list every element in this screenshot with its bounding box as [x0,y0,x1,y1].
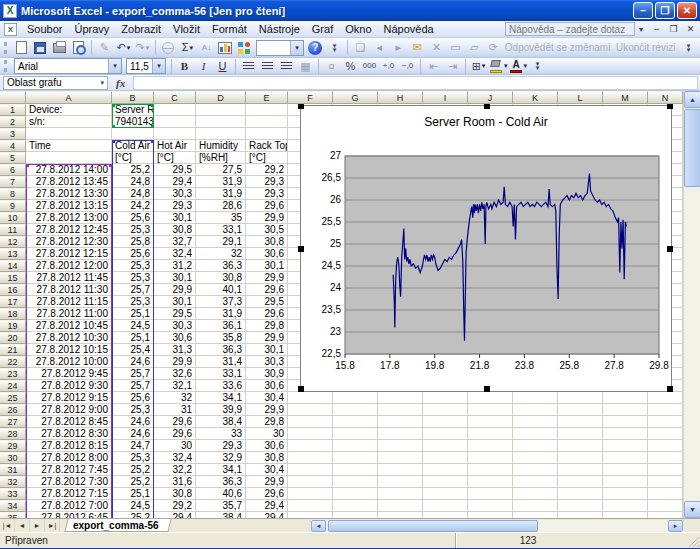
cell-C12[interactable]: 32,7 [154,236,196,248]
workbook-minimize-button[interactable]: – [649,23,664,36]
cell-D3[interactable] [196,128,246,140]
row-header-9[interactable]: 9 [0,200,26,212]
cell-H32[interactable] [378,476,423,488]
cell-A14[interactable]: 27.8.2012 12:00 [26,260,112,272]
track-changes-icon[interactable]: ▱ [465,39,484,57]
cell-D23[interactable]: 33,1 [196,368,246,380]
cell-B6[interactable]: 25,2 [112,164,154,176]
fill-color-button[interactable]: ▾ [488,59,509,74]
cell-E14[interactable]: 30,1 [246,260,288,272]
row-header-31[interactable]: 31 [0,464,26,476]
decrease-decimal-button[interactable]: −,0 [398,59,417,74]
scroll-up-icon[interactable]: ▲ [684,91,700,108]
insert-function-icon[interactable]: fx [108,77,133,89]
decrease-indent-button[interactable]: ⇤ [424,59,443,74]
cell-A34[interactable]: 27.8.2012 7:00 [26,500,112,512]
italic-button[interactable]: I [194,59,213,74]
cell-A9[interactable]: 27.8.2012 13:15 [26,200,112,212]
next-sheet-icon[interactable]: ► [30,519,45,532]
cell-D6[interactable]: 27,5 [196,164,246,176]
cell-M26[interactable] [603,404,648,416]
scroll-down-icon[interactable]: ▼ [684,501,700,518]
chart-selection-handle[interactable] [667,246,673,252]
cell-L31[interactable] [558,464,603,476]
cell-D10[interactable]: 35 [196,212,246,224]
chart-selection-handle[interactable] [484,386,490,392]
cell-A4[interactable]: Time [26,140,112,152]
cell-L28[interactable] [558,428,603,440]
menu-item-nstroje[interactable]: Nástroje [253,22,306,36]
cell-E17[interactable]: 29,5 [246,296,288,308]
cell-B7[interactable]: 24,8 [112,176,154,188]
cell-C17[interactable]: 30,1 [154,296,196,308]
embedded-chart[interactable]: Server Room - Cold Air 2726,52625,52524,… [300,105,672,392]
cell-K27[interactable] [513,416,558,428]
format-painter-icon[interactable]: ✎ [95,39,114,57]
column-header-k[interactable]: K [513,91,558,104]
cell-C28[interactable]: 29,6 [154,428,196,440]
cell-E23[interactable]: 30,9 [246,368,288,380]
row-header-22[interactable]: 22 [0,356,26,368]
cell-A20[interactable]: 27.8.2012 10:30 [26,332,112,344]
cell-I29[interactable] [423,440,468,452]
cell-H34[interactable] [378,500,423,512]
cell-B11[interactable]: 25,3 [112,224,154,236]
cell-J30[interactable] [468,452,513,464]
cell-A18[interactable]: 27.8.2012 11:00 [26,308,112,320]
cell-F31[interactable] [288,464,333,476]
cell-M25[interactable] [603,392,648,404]
cell-D27[interactable]: 38,4 [196,416,246,428]
increase-indent-button[interactable]: ⇥ [443,59,462,74]
cell-B3[interactable] [112,128,154,140]
cell-E30[interactable]: 30,8 [246,452,288,464]
cell-E4[interactable]: Rack Top [246,140,288,152]
merge-center-button[interactable]: ▦ [296,59,315,74]
bold-button[interactable]: B [175,59,194,74]
cell-C14[interactable]: 31,2 [154,260,196,272]
cell-H31[interactable] [378,464,423,476]
borders-button[interactable]: ⊞▾ [469,59,488,74]
cell-E5[interactable]: [°C] [246,152,288,164]
cell-C8[interactable]: 30,3 [154,188,196,200]
cell-E26[interactable]: 29,9 [246,404,288,416]
cell-E11[interactable]: 30,5 [246,224,288,236]
cell-F28[interactable] [288,428,333,440]
cell-G28[interactable] [333,428,378,440]
row-header-32[interactable]: 32 [0,476,26,488]
next-comment-icon[interactable]: ▸ [389,39,408,57]
cell-N26[interactable] [648,404,683,416]
cell-A6[interactable]: 27.8.2012 14:00 [26,164,112,176]
cell-H30[interactable] [378,452,423,464]
sort-ascending-icon[interactable]: A↓ [197,39,216,57]
toolbar-options-icon[interactable]: ▾▾ [528,59,547,74]
cell-A3[interactable] [26,128,112,140]
cell-E27[interactable]: 29,8 [246,416,288,428]
cell-C4[interactable]: Hot Air [154,140,196,152]
cell-D29[interactable]: 29,3 [196,440,246,452]
cell-D25[interactable]: 34,1 [196,392,246,404]
menu-item-zobrazit[interactable]: Zobrazit [115,22,167,36]
cell-E12[interactable]: 30,8 [246,236,288,248]
workbook-close-button[interactable]: ✕ [683,23,698,36]
cell-C20[interactable]: 30,6 [154,332,196,344]
cell-C11[interactable]: 30,8 [154,224,196,236]
cell-B12[interactable]: 25,8 [112,236,154,248]
mail-recipient-icon[interactable]: ✉ [408,39,427,57]
row-header-14[interactable]: 14 [0,260,26,272]
close-button[interactable]: ✕ [677,2,697,19]
cell-C1[interactable] [154,104,196,116]
cell-N31[interactable] [648,464,683,476]
cell-J32[interactable] [468,476,513,488]
insert-hyperlink-icon[interactable] [159,39,178,57]
cell-C29[interactable]: 30 [154,440,196,452]
cell-D19[interactable]: 36,1 [196,320,246,332]
cell-L29[interactable] [558,440,603,452]
cell-K34[interactable] [513,500,558,512]
cell-F26[interactable] [288,404,333,416]
cell-M34[interactable] [603,500,648,512]
column-header-n[interactable]: N [648,91,683,104]
new-comment-icon[interactable]: ❑ [351,39,370,57]
cell-M27[interactable] [603,416,648,428]
cell-A8[interactable]: 27.8.2012 13:30 [26,188,112,200]
cell-B4[interactable]: Cold Air [112,140,154,152]
